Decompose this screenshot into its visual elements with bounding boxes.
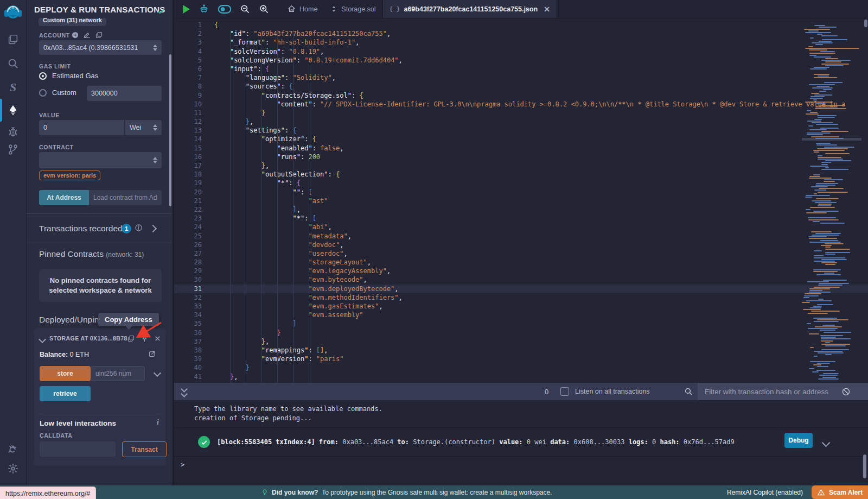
store-arg-input[interactable]: uint256 num	[91, 366, 145, 381]
terminal-filter-input[interactable]: Filter with transaction hash or address	[698, 383, 868, 400]
code-line: 18 "outputSelection": {	[174, 170, 868, 179]
remove-instance-icon[interactable]	[154, 334, 162, 343]
edit-balance-icon[interactable]	[148, 350, 156, 358]
copy-address-tooltip: Copy Address	[98, 313, 159, 326]
zoom-out-icon[interactable]	[240, 4, 250, 14]
terminal-line: creation of Storage pending...	[194, 414, 868, 423]
value-input[interactable]: 0	[39, 120, 124, 135]
editor-scrollbar[interactable]	[864, 20, 867, 27]
debugger-icon[interactable]	[0, 123, 26, 141]
code-line: 38 "remappings": [],	[174, 346, 868, 355]
expand-store-args-icon[interactable]	[154, 369, 161, 377]
code-line: 13 "settings": {	[174, 126, 868, 135]
code-line: 10 "content": "// SPDX-License-Identifie…	[174, 100, 868, 109]
run-script-play-icon[interactable]	[183, 5, 190, 14]
gas-custom-input[interactable]: 3000000	[87, 86, 162, 101]
value-unit-select[interactable]: Wei	[125, 120, 162, 135]
listen-label: Listen on all transactions	[575, 388, 650, 395]
add-account-icon[interactable]	[71, 31, 79, 39]
transact-button[interactable]: Transact	[122, 441, 167, 457]
gas-limit-label: GAS LIMIT	[39, 63, 71, 70]
debug-button[interactable]: Debug	[784, 433, 813, 448]
lightbulb-icon	[261, 489, 268, 496]
code-line: 29 "evm.legacyAssembly",	[174, 267, 868, 275]
copilot-toggle-icon[interactable]	[218, 4, 231, 14]
at-address-button[interactable]: At Address	[39, 190, 89, 205]
expand-tx-chevron-icon[interactable]	[822, 439, 831, 447]
code-line: 5 "solcLongVersion": "0.8.19+commit.7dd6…	[174, 56, 868, 65]
calldata-input[interactable]	[40, 441, 116, 457]
retrieve-button[interactable]: retrieve	[40, 386, 91, 401]
warning-triangle-icon	[817, 489, 825, 496]
code-line: 11 }	[174, 109, 868, 117]
scam-alert-button[interactable]: Scam Alert	[812, 485, 868, 499]
balance-label: Balance:	[40, 351, 68, 358]
deployed-contracts-heading: Deployed/Unpinn	[39, 315, 104, 325]
remix-logo-icon[interactable]	[4, 4, 22, 22]
edit-account-icon[interactable]	[83, 31, 91, 39]
tab-home[interactable]: Home	[281, 0, 324, 18]
tx-summary: [block:5583405 txIndex:4] from: 0xa03...…	[217, 438, 735, 446]
editor-area: Home Storage.sol { } a69b43f277ba20fcac1…	[173, 0, 868, 485]
tx-info-icon[interactable]	[135, 224, 143, 232]
store-button[interactable]: store	[40, 366, 91, 381]
panel-scrollbar[interactable]	[169, 54, 171, 206]
tx-expand-chevron-icon[interactable]	[149, 225, 157, 232]
copilot-status[interactable]: RemixAI Copilot (enabled)	[727, 489, 803, 496]
code-line: 6 "input": {	[174, 65, 868, 73]
search-icon[interactable]	[0, 54, 26, 73]
deploy-run-panel: DEPLOY & RUN TRANSACTIONS Custom (31) ne…	[27, 0, 172, 485]
copy-account-icon[interactable]	[95, 31, 103, 39]
terminal-search-icon[interactable]	[684, 387, 693, 396]
solidity-compiler-icon[interactable]: S	[0, 78, 26, 97]
status-bar: Did you know? To prototype using the Gno…	[0, 485, 868, 499]
copy-address-icon[interactable]	[127, 334, 135, 343]
close-tab-icon[interactable]: ✕	[544, 5, 550, 14]
gas-estimated-radio[interactable]: Estimated Gas	[39, 72, 98, 80]
gas-custom-radio[interactable]: Custom	[39, 89, 76, 97]
evm-version-badge: evm version: paris	[39, 170, 100, 180]
code-line: 35 ]	[174, 319, 868, 328]
code-line: 32 "evm.methodIdentifiers",	[174, 293, 868, 302]
code-line: 27 "userdoc",	[174, 249, 868, 258]
deploy-and-run-icon[interactable]	[0, 101, 26, 119]
low-level-info-icon[interactable]: i	[157, 418, 159, 427]
code-line: 15 "enabled": false,	[174, 144, 868, 153]
zoom-in-icon[interactable]	[259, 4, 269, 14]
tab-json-active[interactable]: { } a69b43f277ba20fcac141151250ca755.jso…	[382, 0, 557, 18]
terminal-scrollbar[interactable]	[863, 454, 866, 478]
did-you-know-tip: Did you know? To prototype using the Gno…	[261, 489, 552, 496]
pin-contract-icon[interactable]	[141, 334, 149, 343]
transaction-entry[interactable]: [block:5583405 txIndex:4] from: 0xa03...…	[174, 427, 868, 457]
code-line: 33 "evm.gasEstimates",	[174, 302, 868, 311]
terminal-log: Type the library name to see available c…	[174, 400, 868, 485]
code-editor[interactable]: 1{2 "id": "a69b43f277ba20fcac141151250ca…	[174, 18, 868, 383]
editor-toolbar: Home Storage.sol { } a69b43f277ba20fcac1…	[174, 0, 868, 18]
code-line: 26 "devdoc",	[174, 241, 868, 249]
tab-storage-sol[interactable]: Storage.sol	[324, 0, 382, 18]
settings-gear-icon[interactable]	[0, 459, 26, 478]
instance-collapse-chevron-icon[interactable]	[39, 336, 46, 343]
ai-assistant-robot-icon[interactable]	[199, 4, 209, 15]
panel-title: DEPLOY & RUN TRANSACTIONS	[34, 4, 165, 15]
contract-select[interactable]	[39, 152, 162, 168]
code-line: 1{	[174, 21, 868, 29]
git-icon[interactable]	[0, 140, 26, 159]
file-explorer-icon[interactable]	[0, 30, 26, 49]
account-select[interactable]: 0xA03...85ac4 (0.39866531531	[39, 40, 162, 55]
minimap[interactable]	[802, 20, 861, 382]
listen-checkbox[interactable]	[560, 387, 569, 396]
at-address-input[interactable]: Load contract from Addre	[89, 190, 162, 205]
clear-filter-ban-icon[interactable]	[841, 387, 851, 396]
code-line: 8 "sources": {	[174, 82, 868, 91]
code-line: 23 "*": [	[174, 214, 868, 223]
pinned-contracts-heading: Pinned Contracts (network: 31)	[39, 249, 144, 259]
expand-terminal-icon[interactable]	[182, 387, 187, 396]
terminal-prompt[interactable]: >	[181, 461, 184, 469]
code-line: 17 },	[174, 161, 868, 170]
terminal-bar: 0 Listen on all transactions Filter with…	[174, 383, 868, 400]
calldata-label: CALLDATA	[40, 432, 72, 439]
value-label: VALUE	[39, 112, 60, 118]
plugin-manager-icon[interactable]	[0, 439, 26, 457]
contract-label: CONTRACT	[39, 144, 74, 150]
